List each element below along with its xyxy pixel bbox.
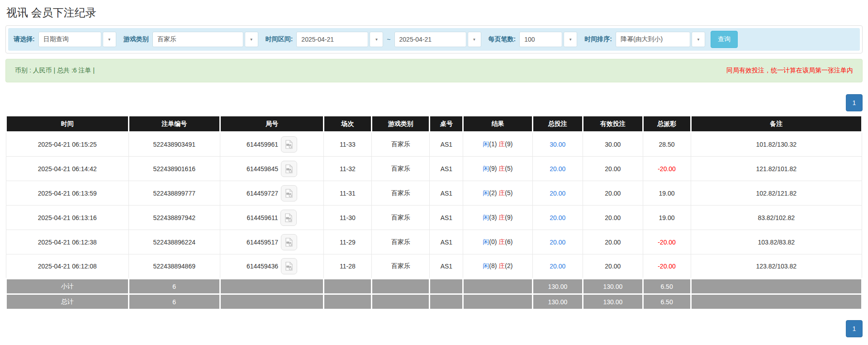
cell-round: 614459845 — [220, 157, 323, 181]
cell-time: 2025-04-21 06:13:16 — [6, 206, 129, 230]
col-header-bet-id: 注单编号 — [128, 116, 220, 132]
filter-panel: 请选择: 日期查询 ▼ 游戏类别 百家乐 ▼ 时间区间: 2025-04-21 … — [5, 25, 863, 53]
cell-bet-id: 522438897942 — [128, 206, 220, 230]
empty-cell — [463, 279, 532, 294]
cell-table-no: AS1 — [430, 157, 463, 181]
video-camera-icon — [284, 213, 293, 222]
cell-game-type: 百家乐 — [371, 157, 430, 181]
total-bet-link[interactable]: 30.00 — [550, 141, 565, 148]
game-type-label: 游戏类别 — [123, 35, 149, 43]
cell-time: 2025-04-21 06:13:59 — [6, 181, 129, 206]
video-replay-button[interactable] — [280, 210, 297, 226]
cell-valid-bet: 20.00 — [583, 206, 643, 230]
game-type-select[interactable]: 百家乐 ▼ — [152, 32, 258, 47]
date-from-value: 2025-04-21 — [296, 32, 368, 47]
col-header-total-bet: 总投注 — [532, 116, 583, 132]
page-size-select[interactable]: 100 ▼ — [519, 32, 577, 47]
time-range-label: 时间区间: — [266, 35, 293, 43]
pagination-top: 1 — [5, 94, 863, 111]
cell-table-no: AS1 — [430, 230, 463, 254]
chevron-down-icon[interactable]: ▼ — [370, 32, 383, 47]
round-number: 614459611 — [247, 214, 278, 221]
total-row: 总计 6 130.00 130.00 6.50 — [6, 294, 862, 310]
banker-result-label: 庄 — [498, 140, 505, 148]
cell-total-bet: 20.00 — [532, 206, 583, 230]
player-result-label: 闲 — [483, 165, 489, 172]
cell-payout: 19.00 — [643, 206, 691, 230]
cell-session: 11-33 — [323, 132, 371, 157]
cell-remark: 123.82/103.82 — [691, 254, 862, 279]
cell-session: 11-31 — [323, 181, 371, 206]
player-result-label: 闲 — [483, 262, 489, 269]
table-body: 2025-04-21 06:15:25 522438903491 6144599… — [6, 132, 862, 279]
page-1-button[interactable]: 1 — [846, 320, 863, 337]
cell-bet-id: 522438901616 — [128, 157, 220, 181]
banker-result-label: 庄 — [498, 214, 505, 221]
time-sort-select[interactable]: 降幂(由大到小) ▼ — [616, 32, 705, 47]
video-camera-icon — [285, 262, 294, 271]
cell-session: 11-32 — [323, 157, 371, 181]
video-replay-button[interactable] — [281, 161, 297, 177]
video-camera-icon — [285, 140, 294, 149]
player-score: (1) — [489, 140, 497, 148]
total-total-bet: 130.00 — [532, 294, 583, 310]
col-header-remark: 备注 — [691, 116, 862, 132]
date-from-select[interactable]: 2025-04-21 ▼ — [296, 32, 383, 47]
subtotal-total-bet: 130.00 — [532, 279, 583, 294]
page-root: 视讯 会员下注纪录 请选择: 日期查询 ▼ 游戏类别 百家乐 ▼ 时间区间: 2… — [0, 0, 868, 337]
cell-total-bet: 20.00 — [532, 181, 583, 206]
total-bet-link[interactable]: 20.00 — [550, 214, 565, 221]
page-1-button[interactable]: 1 — [846, 94, 863, 111]
total-bet-link[interactable]: 20.00 — [550, 190, 565, 197]
total-bet-link[interactable]: 20.00 — [550, 263, 565, 270]
cell-round: 614459727 — [220, 181, 323, 206]
empty-cell — [323, 279, 371, 294]
currency-total-text: 币别 : 人民币 | 总共 :6 注单 | — [15, 67, 95, 75]
subtotal-payout: 6.50 — [643, 279, 691, 294]
empty-cell — [220, 279, 323, 294]
chevron-down-icon[interactable]: ▼ — [245, 32, 258, 47]
round-number: 614459517 — [247, 239, 278, 246]
banker-score: (5) — [505, 189, 512, 196]
total-bet-link[interactable]: 20.00 — [550, 239, 565, 246]
player-result-label: 闲 — [483, 140, 489, 148]
cell-bet-id: 522438899777 — [128, 181, 220, 206]
empty-cell — [463, 294, 532, 310]
empty-cell — [691, 279, 862, 294]
total-label: 总计 — [6, 294, 129, 310]
query-type-select[interactable]: 日期查询 ▼ — [38, 32, 116, 47]
video-replay-button[interactable] — [281, 185, 297, 201]
round-number: 614459436 — [247, 263, 278, 270]
video-replay-button[interactable] — [281, 234, 297, 250]
chevron-down-icon[interactable]: ▼ — [468, 32, 481, 47]
col-header-round: 局号 — [220, 116, 323, 132]
search-button[interactable]: 查询 — [711, 31, 738, 48]
total-bet-link[interactable]: 20.00 — [550, 165, 565, 172]
chevron-down-icon[interactable]: ▼ — [564, 32, 577, 47]
date-to-select[interactable]: 2025-04-21 ▼ — [394, 32, 481, 47]
subtotal-label: 小计 — [6, 279, 129, 294]
video-camera-icon — [285, 164, 294, 173]
cell-table-no: AS1 — [430, 132, 463, 157]
cell-valid-bet: 20.00 — [583, 230, 643, 254]
player-score: (2) — [489, 189, 497, 196]
cell-payout: -20.00 — [643, 157, 691, 181]
cell-total-bet: 20.00 — [532, 230, 583, 254]
cell-bet-id: 522438903491 — [128, 132, 220, 157]
table-row: 2025-04-21 06:13:16 522438897942 6144596… — [6, 206, 862, 230]
cell-table-no: AS1 — [430, 206, 463, 230]
subtotal-count: 6 — [128, 279, 220, 294]
cell-round: 614459961 — [220, 132, 323, 157]
cell-table-no: AS1 — [430, 254, 463, 279]
empty-cell — [371, 279, 430, 294]
game-type-value: 百家乐 — [152, 32, 243, 47]
video-replay-button[interactable] — [281, 136, 297, 153]
video-replay-button[interactable] — [281, 258, 297, 274]
chevron-down-icon[interactable]: ▼ — [692, 32, 705, 47]
col-header-game-type: 游戏类别 — [371, 116, 430, 132]
player-score: (8) — [489, 262, 497, 269]
cell-game-type: 百家乐 — [371, 254, 430, 279]
cell-session: 11-28 — [323, 254, 371, 279]
cell-remark: 83.82/102.82 — [691, 206, 862, 230]
chevron-down-icon[interactable]: ▼ — [103, 32, 116, 47]
